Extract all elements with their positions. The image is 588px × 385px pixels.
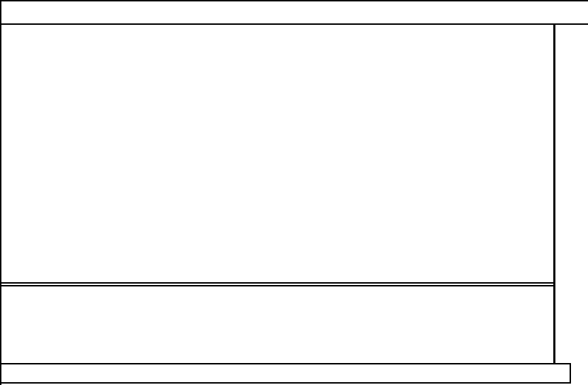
panel-separator-line — [1, 285, 555, 286]
volume-axis — [555, 287, 588, 363]
volume-chart-canvas — [1, 287, 555, 363]
plot-right-border — [553, 25, 555, 364]
panel-separator-line — [1, 282, 555, 284]
price-chart-canvas — [1, 25, 555, 284]
stockwatch-historic-chart-window — [0, 0, 588, 385]
year-axis — [1, 364, 571, 384]
price-axis — [555, 25, 588, 284]
